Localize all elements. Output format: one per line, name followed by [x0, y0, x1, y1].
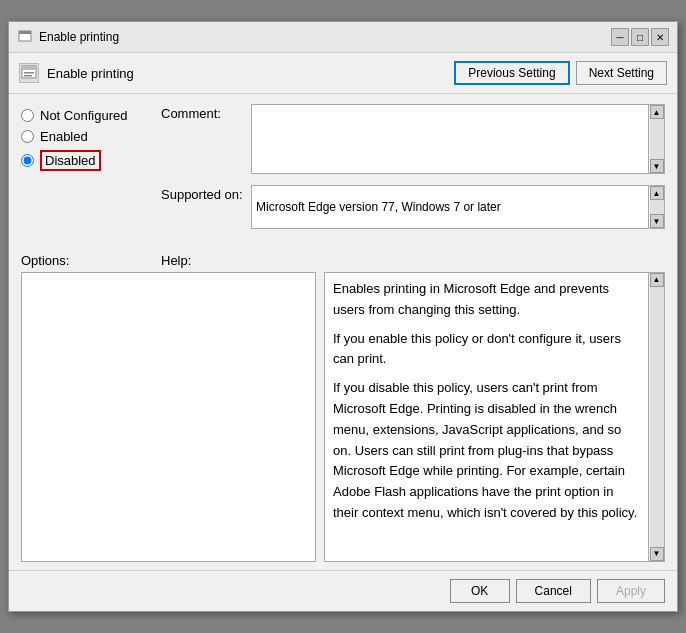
minimize-button[interactable]: ─	[611, 28, 629, 46]
left-panel: Not Configured Enabled Disabled	[21, 104, 161, 237]
right-panel: Comment: ▲ ▼ Supported on: Microsoft Edg…	[161, 104, 665, 237]
options-label: Options:	[21, 253, 161, 268]
help-paragraph-3: If you disable this policy, users can't …	[333, 378, 640, 524]
help-paragraph-2: If you enable this policy or don't confi…	[333, 329, 640, 371]
supported-wrapper: Microsoft Edge version 77, Windows 7 or …	[251, 185, 665, 229]
svg-rect-1	[19, 31, 31, 34]
help-label: Help:	[161, 253, 191, 268]
radio-not-configured-input[interactable]	[21, 109, 34, 122]
supported-scroll-down[interactable]: ▼	[650, 214, 664, 228]
header-label: Enable printing	[47, 66, 134, 81]
help-paragraph-1: Enables printing in Microsoft Edge and p…	[333, 279, 640, 321]
previous-setting-button[interactable]: Previous Setting	[454, 61, 569, 85]
comment-label: Comment:	[161, 104, 251, 121]
title-bar-left: Enable printing	[17, 29, 119, 45]
comment-row: Comment: ▲ ▼	[161, 104, 665, 177]
header-title: Enable printing	[19, 63, 134, 83]
svg-rect-5	[24, 75, 32, 77]
radio-disabled[interactable]: Disabled	[21, 150, 161, 171]
help-text: Enables printing in Microsoft Edge and p…	[333, 279, 640, 524]
help-panel: Enables printing in Microsoft Edge and p…	[324, 272, 665, 562]
apply-button[interactable]: Apply	[597, 579, 665, 603]
radio-disabled-box: Disabled	[40, 150, 101, 171]
window-title: Enable printing	[39, 30, 119, 44]
help-scrollbar: ▲ ▼	[648, 273, 664, 561]
main-window: Enable printing ─ □ ✕ Enable printing Pr…	[8, 21, 678, 612]
window-icon	[17, 29, 33, 45]
comment-textarea[interactable]	[251, 104, 649, 174]
radio-group: Not Configured Enabled Disabled	[21, 108, 161, 171]
radio-enabled-label: Enabled	[40, 129, 88, 144]
close-button[interactable]: ✕	[651, 28, 669, 46]
help-scroll-down[interactable]: ▼	[650, 547, 664, 561]
bottom-panels: Enables printing in Microsoft Edge and p…	[9, 272, 677, 562]
supported-row: Supported on: Microsoft Edge version 77,…	[161, 185, 665, 229]
supported-scroll-up[interactable]: ▲	[650, 186, 664, 200]
title-controls: ─ □ ✕	[611, 28, 669, 46]
radio-enabled[interactable]: Enabled	[21, 129, 161, 144]
supported-scroll-track	[650, 200, 664, 214]
title-bar: Enable printing ─ □ ✕	[9, 22, 677, 53]
ok-button[interactable]: OK	[450, 579, 510, 603]
main-content: Not Configured Enabled Disabled Comment:	[9, 94, 677, 247]
supported-scrollbar: ▲ ▼	[649, 185, 665, 229]
footer: OK Cancel Apply	[9, 570, 677, 611]
options-panel	[21, 272, 316, 562]
supported-label: Supported on:	[161, 185, 251, 202]
radio-enabled-input[interactable]	[21, 130, 34, 143]
cancel-button[interactable]: Cancel	[516, 579, 591, 603]
svg-rect-3	[22, 66, 36, 70]
radio-disabled-input[interactable]	[21, 154, 34, 167]
radio-not-configured-label: Not Configured	[40, 108, 127, 123]
comment-scrollbar: ▲ ▼	[649, 104, 665, 174]
scroll-track	[650, 119, 664, 159]
header-bar: Enable printing Previous Setting Next Se…	[9, 53, 677, 94]
scroll-down-arrow[interactable]: ▼	[650, 159, 664, 173]
header-buttons: Previous Setting Next Setting	[454, 61, 667, 85]
options-help-row: Options: Help:	[9, 247, 677, 272]
comment-field-wrapper: ▲ ▼	[251, 104, 665, 177]
supported-value: Microsoft Edge version 77, Windows 7 or …	[251, 185, 649, 229]
radio-disabled-label: Disabled	[45, 153, 96, 168]
help-scroll-track	[650, 287, 664, 547]
svg-rect-4	[24, 72, 34, 74]
help-scroll-up[interactable]: ▲	[650, 273, 664, 287]
maximize-button[interactable]: □	[631, 28, 649, 46]
header-icon	[19, 63, 39, 83]
radio-not-configured[interactable]: Not Configured	[21, 108, 161, 123]
scroll-up-arrow[interactable]: ▲	[650, 105, 664, 119]
next-setting-button[interactable]: Next Setting	[576, 61, 667, 85]
